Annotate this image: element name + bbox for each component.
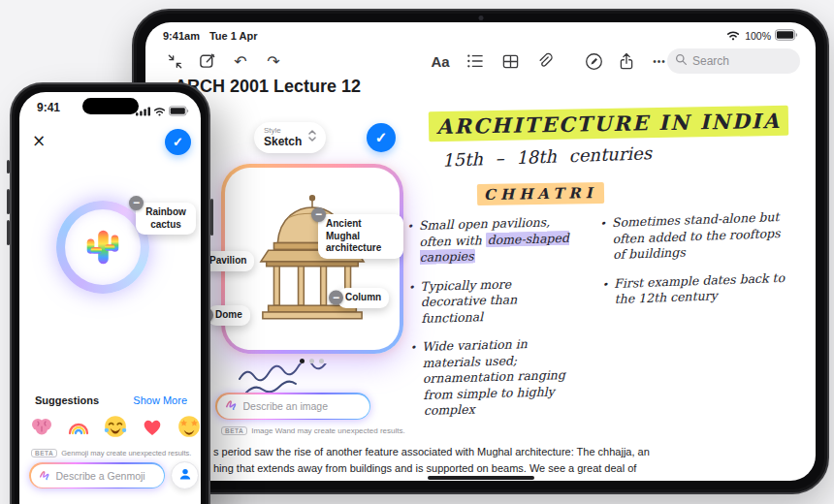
tears-of-joy-emoji[interactable] [101, 412, 130, 441]
iphone-status-icons [136, 103, 189, 120]
dynamic-island [82, 98, 139, 114]
ipad-screen: 9:41am Tue 1 Apr 100% [145, 22, 816, 481]
bullet-item: • Sometimes stand-alone but often added … [599, 209, 795, 264]
wifi-icon [726, 30, 740, 43]
minus-icon[interactable]: − [311, 207, 326, 222]
bullet-item: • First example dates back to the 12th c… [601, 269, 796, 308]
home-indicator[interactable] [428, 476, 534, 480]
note-body-line: hing that extends away from buildings an… [213, 462, 636, 474]
note-body-line: s period saw the rise of another feature… [213, 446, 650, 457]
search-icon [675, 52, 688, 70]
pen-circle-icon[interactable] [582, 49, 605, 73]
handwritten-subheading: 15th – 18th centuries [442, 142, 653, 171]
concept-tag[interactable]: − Column [337, 288, 389, 308]
brain-emoji[interactable] [27, 412, 56, 441]
compose-icon[interactable] [196, 49, 219, 73]
iphone-screen: 9:41 × ✓ [19, 92, 201, 504]
concept-tag[interactable]: − Rainbow cactus [136, 203, 196, 235]
scene: 9:41am Tue 1 Apr 100% [0, 0, 834, 504]
signal-icon [136, 103, 150, 120]
minus-icon[interactable]: − [329, 291, 343, 305]
ipad-status-date: Tue 1 Apr [209, 30, 258, 42]
power-button [210, 199, 213, 236]
table-icon[interactable] [498, 49, 522, 73]
text-format-icon[interactable]: Aa [429, 49, 452, 73]
ipad-device: 9:41am Tue 1 Apr 100% [132, 9, 829, 494]
checkmark-icon: ✓ [375, 129, 388, 146]
toolbar-right-group: ••• [582, 49, 671, 73]
share-icon[interactable] [615, 49, 638, 73]
bullet-item: • Typically more decorative than functio… [408, 274, 576, 327]
suggestion-row [27, 412, 201, 441]
beta-badge: BETA [221, 426, 247, 435]
search-field[interactable] [667, 48, 800, 74]
toolbar-left-group: ↶ ↷ [163, 49, 285, 73]
list-icon[interactable] [464, 49, 487, 73]
handwritten-bullets-left: • Small open pavilions, often with dome-… [406, 214, 579, 432]
bullet-item: • Small open pavilions, often with dome-… [406, 214, 574, 267]
attachment-icon[interactable] [533, 49, 557, 73]
image-wand-beta-note: BETA Image Wand may create unexpected re… [221, 426, 405, 435]
image-wand-icon [225, 397, 239, 415]
close-icon[interactable]: × [32, 131, 46, 150]
iphone-device: 9:41 × ✓ [10, 82, 210, 504]
ipad-status-bar: 9:41am Tue 1 Apr 100% [163, 29, 798, 43]
handwritten-section-title: CHHATRI [477, 184, 604, 204]
handwritten-heading: ARCHITECTURE IN INDIA [429, 109, 788, 139]
style-value: Sketch [264, 136, 302, 148]
battery-icon [169, 103, 189, 120]
undo-icon[interactable]: ↶ [229, 49, 252, 73]
mute-switch [7, 160, 10, 173]
genmoji-confirm-button[interactable]: ✓ [165, 129, 191, 155]
search-input[interactable] [692, 54, 816, 68]
genmoji-beta-note: BETA Genmoji may create unexpected resul… [31, 449, 191, 457]
genmoji-prompt-field[interactable] [29, 462, 165, 488]
toolbar-format-group: Aa [429, 49, 557, 73]
volume-down-button [7, 220, 10, 245]
image-wand-icon [39, 467, 51, 485]
person-icon [177, 466, 193, 486]
minus-icon[interactable]: − [129, 196, 144, 210]
rainbow-cactus-emoji [80, 225, 125, 269]
rainbow-emoji[interactable] [64, 412, 93, 441]
ipad-status-time: 9:41am [163, 30, 200, 42]
image-wand-prompt-input[interactable] [243, 400, 362, 412]
heart-emoji[interactable] [138, 412, 167, 441]
battery-icon [775, 29, 798, 43]
battery-percent: 100% [745, 30, 771, 42]
ipad-camera [478, 16, 483, 20]
wifi-icon [153, 103, 166, 120]
style-picker[interactable]: Style Sketch [254, 122, 326, 153]
concept-tag[interactable]: − Ancient Mughal architecture [318, 214, 403, 259]
genmoji-prompt-input[interactable] [56, 470, 156, 482]
checkmark-icon: ✓ [173, 135, 183, 149]
concept-tag[interactable]: − Dome [208, 305, 250, 326]
chevrons-updown-icon [308, 129, 316, 146]
show-more-link[interactable]: Show More [133, 394, 187, 406]
person-avatar-button[interactable] [171, 461, 199, 489]
collapse-icon[interactable] [163, 49, 186, 73]
star-struck-emoji[interactable] [175, 412, 201, 441]
genmoji-preview [65, 209, 141, 285]
volume-up-button [7, 189, 10, 214]
suggestions-label: Suggestions [35, 394, 99, 406]
image-wand-confirm-button[interactable]: ✓ [367, 123, 396, 152]
redo-icon[interactable]: ↷ [262, 49, 285, 73]
beta-badge: BETA [31, 449, 57, 457]
iphone-status-time: 9:41 [37, 101, 60, 114]
page-indicator[interactable] [300, 359, 324, 363]
image-wand-prompt-field[interactable] [215, 393, 370, 420]
handwritten-bullets-right: • Sometimes stand-alone but often added … [599, 209, 797, 321]
bullet-item: • Wide variation in materials used; orna… [409, 335, 578, 420]
